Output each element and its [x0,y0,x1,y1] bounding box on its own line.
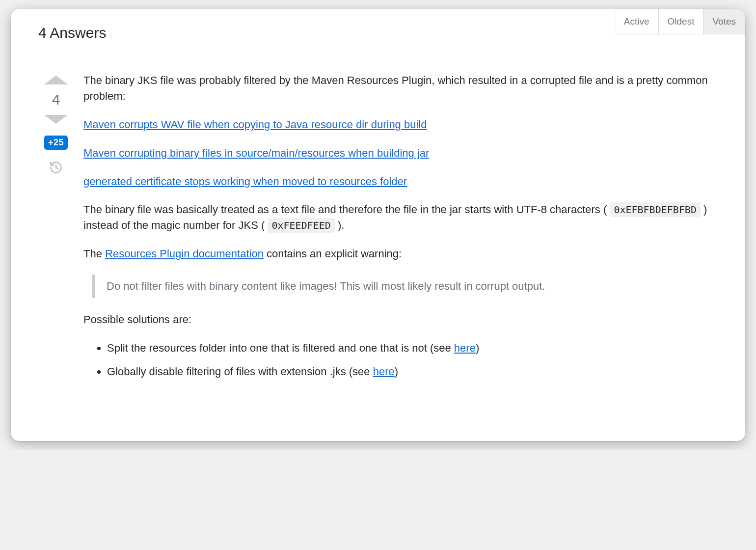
explain-paragraph: The binary file was basically treated as… [83,202,722,233]
bounty-badge: +25 [44,136,68,150]
answer-body: The binary JKS file was probably filtere… [74,73,722,392]
downvote-icon[interactable] [44,115,68,124]
solution-1-pre: Split the resources folder into one that… [107,342,454,354]
history-icon[interactable] [49,161,63,176]
upvote-icon[interactable] [44,76,68,84]
sort-tabs: Active Oldest Votes [615,9,745,34]
code-jks-magic: 0xFEEDFEED [268,218,334,233]
sort-tab-oldest[interactable]: Oldest [658,9,703,34]
solutions-list: Split the resources folder into one that… [83,340,722,380]
answers-panel: 4 Answers Active Oldest Votes 4 +25 [11,9,745,441]
answer: 4 +25 The binary JKS file was probably f… [38,73,722,392]
vote-column: 4 +25 [38,73,74,176]
doc-pre: The [83,248,105,260]
solution-1-post: ) [476,342,479,354]
solution-1-link[interactable]: here [454,342,476,354]
intro-paragraph: The binary JKS file was probably filtere… [83,73,722,104]
related-link-3[interactable]: generated certificate stops working when… [83,175,407,188]
sort-tab-votes[interactable]: Votes [703,9,745,34]
list-item: Split the resources folder into one that… [107,340,722,356]
related-link-1[interactable]: Maven corrupts WAV file when copying to … [83,118,427,131]
solution-2-pre: Globally disable filtering of files with… [107,365,373,378]
answers-header: 4 Answers Active Oldest Votes [38,25,722,41]
doc-post: contains an explicit warning: [264,248,402,260]
related-link-2[interactable]: Maven corrupting binary files in source/… [83,147,429,159]
explain-pre: The binary file was basically treated as… [83,203,607,216]
warning-quote: Do not filter files with binary content … [92,275,722,298]
code-bad-magic: 0xEFBFBDEFBFBD [610,202,701,217]
sort-tab-active[interactable]: Active [615,9,658,34]
doc-link[interactable]: Resources Plugin documentation [105,248,264,260]
answers-title: 4 Answers [38,25,106,41]
solution-2-post: ) [395,365,398,378]
explain-post: ). [338,219,344,231]
solutions-label: Possible solutions are: [83,312,722,328]
vote-count: 4 [52,91,60,108]
solution-2-link[interactable]: here [373,365,395,378]
list-item: Globally disable filtering of files with… [107,364,722,380]
fade-overlay [11,421,745,441]
doc-paragraph: The Resources Plugin documentation conta… [83,246,722,262]
